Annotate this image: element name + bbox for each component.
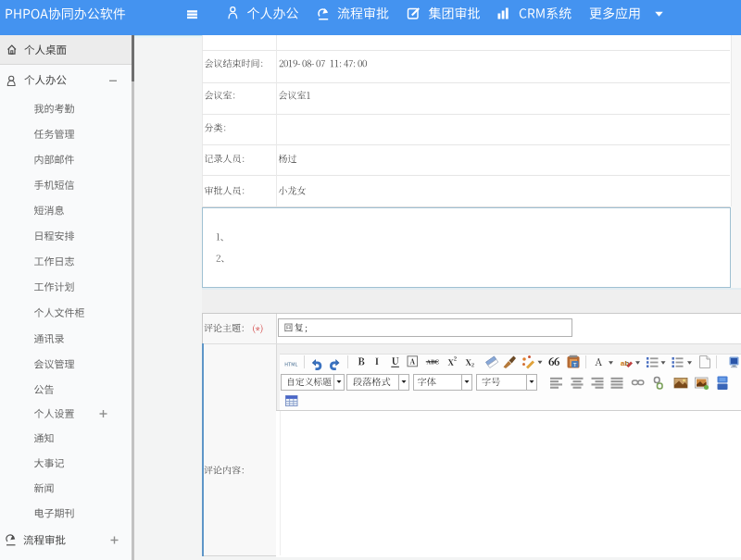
svg-text:T: T bbox=[573, 362, 577, 367]
